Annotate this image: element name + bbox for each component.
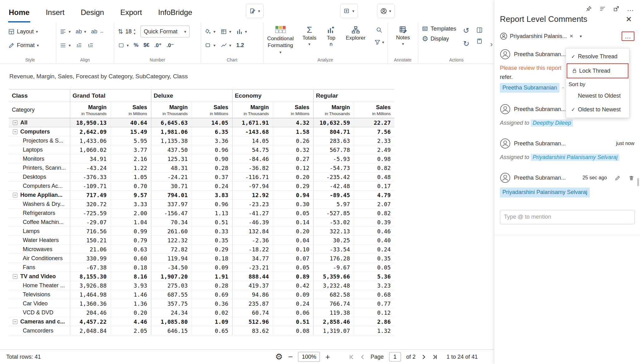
value-cell[interactable]: -725.59 (70, 209, 110, 218)
col-header-sales[interactable]: Salesin Millions (110, 102, 151, 118)
value-cell[interactable]: 1,981.06 (151, 127, 192, 136)
row-label[interactable]: Monitors (9, 156, 70, 162)
format-button[interactable]: Format ▾ (8, 42, 39, 49)
decrease-decimal-button[interactable]: .0⁻ (167, 42, 174, 49)
value-cell[interactable]: 0.69 (192, 290, 232, 299)
value-cell[interactable]: -116.71 (232, 172, 273, 182)
value-cell[interactable]: 60.74 (232, 308, 273, 317)
value-cell[interactable]: 2,048.84 (70, 326, 110, 335)
value-cell[interactable]: -53.02 (313, 218, 354, 227)
col-header-margin[interactable]: Marginin Thousands (151, 102, 192, 118)
value-cell[interactable]: 0.37 (192, 172, 232, 182)
value-cell[interactable]: 275.03 (151, 281, 192, 290)
row-label[interactable]: VCD & DVD (9, 309, 70, 316)
value-cell[interactable]: -24.21 (151, 172, 192, 182)
value-cell[interactable]: -41.27 (232, 209, 273, 218)
percent-format-button[interactable]: % (134, 42, 139, 48)
value-cell[interactable]: 512.96 (232, 317, 273, 326)
clipboard-icon[interactable] (476, 38, 483, 44)
value-cell[interactable]: 1,433.06 (70, 136, 110, 145)
value-cell[interactable]: 0.05 (273, 263, 313, 272)
value-cell[interactable]: 888.44 (232, 272, 273, 281)
table-style-button[interactable]: ▾ (221, 28, 232, 35)
value-cell[interactable]: 1,907.20 (151, 272, 192, 281)
last-page-button[interactable] (432, 354, 438, 360)
value-cell[interactable]: 261.60 (151, 227, 192, 236)
value-cell[interactable]: 682.58 (313, 290, 354, 299)
value-cell[interactable]: 72.82 (151, 245, 192, 254)
size-stepper[interactable]: ▴ ▾ (134, 28, 135, 35)
collapse-toggle-icon[interactable]: − (13, 319, 17, 324)
value-cell[interactable]: -34.50 (151, 263, 192, 272)
value-cell[interactable]: -89.45 (313, 191, 354, 200)
value-cell[interactable]: 30.71 (151, 182, 192, 191)
stepper-up-icon[interactable]: ▴ (134, 28, 135, 31)
row-label[interactable]: −All (9, 119, 70, 126)
value-cell[interactable]: 0.51 (273, 317, 313, 326)
value-cell[interactable]: 0.20 (110, 308, 151, 317)
value-cell[interactable]: 3.77 (110, 145, 151, 154)
col-group-economy[interactable]: Economy (232, 90, 313, 102)
explorer-button[interactable]: Explorer (346, 26, 365, 41)
value-cell[interactable]: 0.14 (273, 218, 313, 227)
value-cell[interactable]: 204.46 (70, 308, 110, 317)
value-cell[interactable]: 0.20 (273, 172, 313, 182)
fill-color-button[interactable]: ▾ (205, 28, 216, 35)
row-label[interactable]: Washers & Dry... (9, 201, 70, 207)
value-cell[interactable]: -42.48 (313, 182, 354, 191)
value-cell[interactable]: 5.95 (110, 136, 151, 145)
layout-button[interactable]: Layout ▾ (8, 28, 38, 35)
value-cell[interactable]: 567.78 (313, 145, 354, 154)
shape-style-button[interactable]: ▾ (205, 42, 216, 49)
page-number-input[interactable] (389, 352, 401, 362)
col-group-deluxe[interactable]: Deluxe (151, 90, 232, 102)
conditional-formatting-button[interactable]: Conditional Formatting ▾ (267, 26, 294, 55)
horizontal-align-button[interactable]: ▾ (60, 28, 71, 35)
value-cell[interactable]: 0.29 (192, 245, 232, 254)
value-cell[interactable]: -29.07 (70, 218, 110, 227)
redo-button[interactable]: ↻ (463, 39, 469, 48)
value-cell[interactable]: 0.77 (354, 299, 394, 308)
value-cell[interactable]: 132.84 (232, 227, 273, 236)
value-cell[interactable]: 0.36 (192, 299, 232, 308)
value-cell[interactable]: 1,319.07 (313, 326, 354, 335)
scrollbar-thumb[interactable] (637, 178, 639, 186)
add-page-button[interactable]: ▾ (340, 4, 358, 18)
row-label[interactable]: Projectors & S... (9, 138, 70, 144)
value-cell[interactable]: 1.46 (110, 290, 151, 299)
value-cell[interactable]: 0.79 (110, 236, 151, 245)
value-cell[interactable]: 0.51 (192, 218, 232, 227)
value-cell[interactable]: -84.46 (232, 154, 273, 163)
value-cell[interactable]: 8.16 (110, 272, 151, 281)
value-cell[interactable]: 0.29 (273, 182, 313, 191)
value-cell[interactable]: 2,642.09 (70, 127, 110, 136)
value-cell[interactable]: -376.33 (70, 172, 110, 182)
value-cell[interactable]: 34.91 (70, 154, 110, 163)
value-cell[interactable]: 646.15 (151, 326, 192, 335)
value-cell[interactable]: 0.18 (110, 263, 151, 272)
pin-icon[interactable] (586, 6, 592, 12)
value-cell[interactable]: 0.39 (354, 218, 394, 227)
value-cell[interactable]: 0.09 (192, 263, 232, 272)
col-header-sales[interactable]: Salesin Millions (273, 102, 313, 118)
value-cell[interactable]: -156.47 (151, 209, 192, 218)
value-cell[interactable]: -2.36 (232, 236, 273, 245)
value-cell[interactable]: 2.05 (110, 326, 151, 335)
value-cell[interactable]: 1,060.02 (70, 145, 110, 154)
value-cell[interactable]: 0.89 (273, 272, 313, 281)
tab-infobridge[interactable]: InfoBridge (158, 8, 193, 22)
value-cell[interactable]: 94.86 (232, 290, 273, 299)
edit-mode-button[interactable]: ▾ (246, 4, 264, 18)
value-cell[interactable]: 1,360.36 (70, 299, 110, 308)
vertical-align-button[interactable]: ▾ (60, 42, 71, 49)
increase-decimal-button[interactable]: .0⁺ (154, 42, 162, 49)
value-cell[interactable]: 22.27 (354, 118, 394, 127)
value-cell[interactable]: 3.23 (354, 281, 394, 290)
col-header-sales[interactable]: Salesin Millions (354, 102, 394, 118)
value-cell[interactable]: 283.63 (313, 136, 354, 145)
line-style-button[interactable]: ▾ (221, 42, 232, 49)
value-cell[interactable]: 150.21 (70, 236, 110, 245)
value-cell[interactable]: 0.05 (273, 209, 313, 218)
value-cell[interactable]: 0.96 (192, 200, 232, 209)
value-cell[interactable]: 3,926.88 (70, 281, 110, 290)
